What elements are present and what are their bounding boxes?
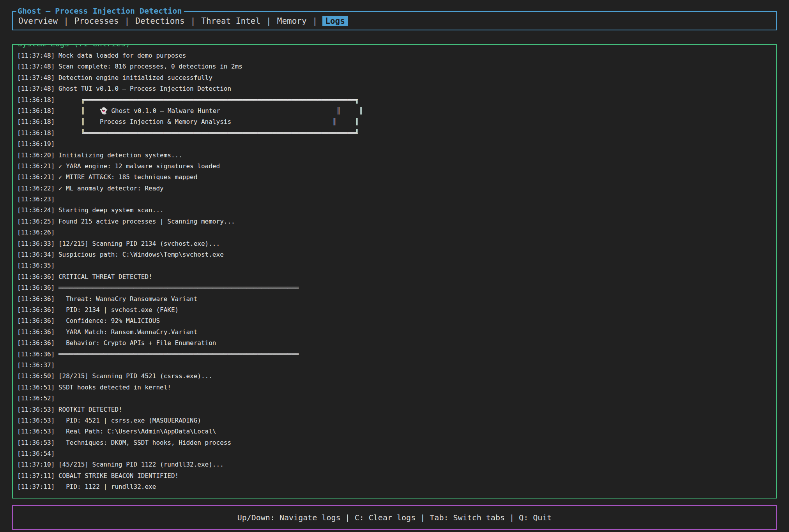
log-timestamp: [11:36:21] xyxy=(17,161,55,172)
log-timestamp: [11:36:22] xyxy=(17,183,55,194)
log-entry[interactable]: [11:36:18] ╚════════════════════════════… xyxy=(17,128,776,139)
log-entry[interactable]: [11:36:24]Starting deep system scan... xyxy=(17,205,776,216)
log-timestamp: [11:36:35] xyxy=(17,260,55,271)
log-message: ║ Process Injection & Memory Analysis ║ … xyxy=(55,116,359,127)
log-entry[interactable]: [11:36:37] xyxy=(17,360,776,371)
tab-overview[interactable]: Overview xyxy=(18,16,58,26)
log-message: ╔═══════════════════════════════════════… xyxy=(55,95,359,106)
log-timestamp: [11:36:21] xyxy=(17,172,55,183)
tab-separator: | xyxy=(313,16,318,26)
log-entry[interactable]: [11:36:34]Suspicious path: C:\Windows\Te… xyxy=(17,249,776,260)
log-entry[interactable]: [11:36:51]SSDT hooks detected in kernel! xyxy=(17,382,776,393)
log-entry[interactable]: [11:36:36] Threat: WannaCry Ransomware V… xyxy=(17,294,776,305)
log-message: Behavior: Crypto APIs + File Enumeration xyxy=(55,338,216,349)
log-list[interactable]: [11:37:48]Mock data loaded for demo purp… xyxy=(13,45,776,493)
log-entry[interactable]: [11:36:36] YARA Match: Ransom.WannaCry.V… xyxy=(17,327,776,338)
log-timestamp: [11:37:48] xyxy=(17,50,55,61)
log-entry[interactable]: [11:37:11]COBALT STRIKE BEACON IDENTIFIE… xyxy=(17,470,776,481)
log-entry[interactable]: [11:36:36]══════════════════════════════… xyxy=(17,282,776,293)
terminal-screen: Ghost — Process Injection Detection Over… xyxy=(0,0,789,532)
log-entry[interactable]: [11:36:20]Initializing detection systems… xyxy=(17,150,776,161)
log-entry[interactable]: [11:36:52] xyxy=(17,393,776,404)
log-timestamp: [11:36:36] xyxy=(17,349,55,360)
log-message xyxy=(55,139,58,150)
log-entry[interactable]: [11:36:36] PID: 2134 | svchost.exe (FAKE… xyxy=(17,305,776,315)
log-entry[interactable]: [11:36:21]✓ MITRE ATT&CK: 185 techniques… xyxy=(17,172,776,183)
tab-memory[interactable]: Memory xyxy=(276,16,308,26)
log-entry[interactable]: [11:36:36] Confidence: 92% MALICIOUS xyxy=(17,315,776,326)
log-message xyxy=(55,260,58,271)
log-message: ════════════════════════════════════════… xyxy=(55,349,299,360)
log-entry[interactable]: [11:36:33][12/215] Scanning PID 2134 (sv… xyxy=(17,238,776,249)
log-entry[interactable]: [11:36:54] xyxy=(17,448,776,459)
log-entry[interactable]: [11:37:48]Detection engine initialized s… xyxy=(17,72,776,83)
log-timestamp: [11:36:18] xyxy=(17,95,55,106)
log-timestamp: [11:36:51] xyxy=(17,382,55,393)
log-timestamp: [11:36:18] xyxy=(17,116,55,127)
tab-threat-intel[interactable]: Threat Intel xyxy=(200,16,261,26)
log-message: CRITICAL THREAT DETECTED! xyxy=(55,271,152,282)
log-timestamp: [11:36:53] xyxy=(17,426,55,437)
tab-logs[interactable]: Logs xyxy=(322,16,348,26)
log-entry[interactable]: [11:36:22]✓ ML anomaly detector: Ready xyxy=(17,183,776,194)
log-entry[interactable]: [11:36:53] Techniques: DKOM, SSDT hooks,… xyxy=(17,437,776,448)
log-timestamp: [11:36:53] xyxy=(17,404,55,415)
log-message: ✓ ML anomaly detector: Ready xyxy=(55,183,163,194)
log-entry[interactable]: [11:36:26] xyxy=(17,227,776,238)
log-entry[interactable]: [11:36:36]CRITICAL THREAT DETECTED! xyxy=(17,271,776,282)
log-message: ════════════════════════════════════════… xyxy=(55,282,299,293)
log-message: ROOTKIT DETECTED! xyxy=(55,404,122,415)
log-message: Suspicious path: C:\Windows\Temp\svchost… xyxy=(55,249,223,260)
log-message: PID: 4521 | csrss.exe (MASQUERADING) xyxy=(55,415,201,426)
log-entry[interactable]: [11:36:23] xyxy=(17,194,776,205)
log-entry[interactable]: [11:36:50][28/215] Scanning PID 4521 (cs… xyxy=(17,371,776,382)
log-message: ║ 👻 Ghost v0.1.0 — Malware Hunter ║ ║ xyxy=(55,106,363,116)
log-message: COBALT STRIKE BEACON IDENTIFIED! xyxy=(55,470,179,481)
footer-bar: Up/Down: Navigate logs | C: Clear logs |… xyxy=(12,505,777,530)
log-message: PID: 1122 | rundll32.exe xyxy=(55,481,156,492)
log-timestamp: [11:36:36] xyxy=(17,271,55,282)
log-message: Confidence: 92% MALICIOUS xyxy=(55,315,160,326)
log-entry[interactable]: [11:36:25]Found 215 active processes | S… xyxy=(17,216,776,227)
tab-separator: | xyxy=(191,16,196,26)
log-message xyxy=(55,227,58,238)
app-title: Ghost — Process Injection Detection xyxy=(16,6,184,16)
log-timestamp: [11:37:48] xyxy=(17,83,55,94)
log-timestamp: [11:36:25] xyxy=(17,216,55,227)
log-message xyxy=(55,194,58,205)
log-entry[interactable]: [11:36:19] xyxy=(17,139,776,150)
log-message: [28/215] Scanning PID 4521 (csrss.exe)..… xyxy=(55,371,212,382)
system-logs-panel: System Logs (71 entries) [11:37:48]Mock … xyxy=(12,44,777,499)
log-message: Detection engine initialized successfull… xyxy=(55,72,212,83)
log-timestamp: [11:36:54] xyxy=(17,448,55,459)
log-timestamp: [11:36:20] xyxy=(17,150,55,161)
log-entry[interactable]: [11:36:53]ROOTKIT DETECTED! xyxy=(17,404,776,415)
log-message: ✓ YARA engine: 12 malware signatures loa… xyxy=(55,161,220,172)
log-message: Mock data loaded for demo purposes xyxy=(55,50,186,61)
log-entry[interactable]: [11:36:21]✓ YARA engine: 12 malware sign… xyxy=(17,161,776,172)
log-timestamp: [11:37:10] xyxy=(17,459,55,470)
log-message: SSDT hooks detected in kernel! xyxy=(55,382,171,393)
log-entry[interactable]: [11:36:53] PID: 4521 | csrss.exe (MASQUE… xyxy=(17,415,776,426)
tab-bar: Overview|Processes|Detections|Threat Int… xyxy=(18,16,348,26)
tab-processes[interactable]: Processes xyxy=(74,16,120,26)
log-timestamp: [11:36:34] xyxy=(17,249,55,260)
log-entry[interactable]: [11:37:11] PID: 1122 | rundll32.exe xyxy=(17,481,776,492)
log-message: Initializing detection systems... xyxy=(55,150,182,161)
log-entry[interactable]: [11:37:10][45/215] Scanning PID 1122 (ru… xyxy=(17,459,776,470)
log-timestamp: [11:36:37] xyxy=(17,360,55,371)
log-entry[interactable]: [11:37:48]Mock data loaded for demo purp… xyxy=(17,50,776,61)
log-message xyxy=(55,448,58,459)
log-entry[interactable]: [11:36:53] Real Path: C:\Users\Admin\App… xyxy=(17,426,776,437)
log-entry[interactable]: [11:37:48]Scan complete: 816 processes, … xyxy=(17,61,776,72)
tab-detections[interactable]: Detections xyxy=(134,16,185,26)
log-entry[interactable]: [11:36:18] ║ Process Injection & Memory … xyxy=(17,116,776,127)
tab-bar-panel: Ghost — Process Injection Detection Over… xyxy=(12,11,777,30)
log-entry[interactable]: [11:36:18] ╔════════════════════════════… xyxy=(17,95,776,106)
log-entry[interactable]: [11:37:48]Ghost TUI v0.1.0 — Process Inj… xyxy=(17,83,776,94)
log-entry[interactable]: [11:36:35] xyxy=(17,260,776,271)
log-timestamp: [11:36:53] xyxy=(17,437,55,448)
log-entry[interactable]: [11:36:36]══════════════════════════════… xyxy=(17,349,776,360)
log-entry[interactable]: [11:36:18] ║ 👻 Ghost v0.1.0 — Malware Hu… xyxy=(17,106,776,116)
log-entry[interactable]: [11:36:36] Behavior: Crypto APIs + File … xyxy=(17,338,776,349)
